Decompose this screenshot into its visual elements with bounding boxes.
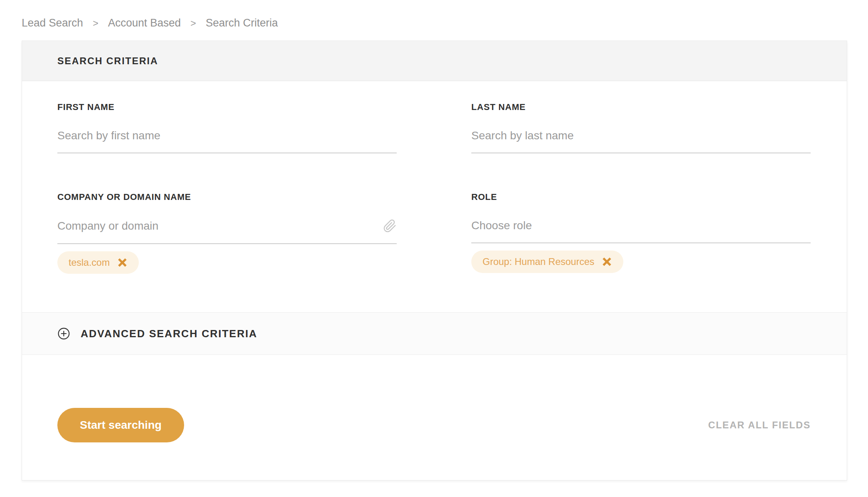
form-row-company-role: COMPANY OR DOMAIN NAME tesla.com bbox=[57, 192, 811, 274]
breadcrumb-item-lead-search[interactable]: Lead Search bbox=[22, 17, 83, 29]
first-name-input[interactable] bbox=[57, 129, 397, 142]
last-name-input-wrap bbox=[471, 129, 811, 153]
advanced-search-label: ADVANCED SEARCH CRITERIA bbox=[81, 328, 257, 340]
breadcrumb-item-search-criteria: Search Criteria bbox=[206, 17, 278, 29]
last-name-label: LAST NAME bbox=[471, 102, 811, 112]
role-label: ROLE bbox=[471, 192, 811, 202]
search-criteria-card: SEARCH CRITERIA FIRST NAME LAST NAME COM… bbox=[22, 41, 847, 481]
breadcrumb: Lead Search > Account Based > Search Cri… bbox=[0, 0, 868, 29]
company-tag-label: tesla.com bbox=[69, 257, 110, 268]
field-company: COMPANY OR DOMAIN NAME tesla.com bbox=[57, 192, 397, 274]
company-input[interactable] bbox=[57, 220, 375, 232]
clear-all-fields-button[interactable]: CLEAR ALL FIELDS bbox=[708, 420, 811, 431]
company-label: COMPANY OR DOMAIN NAME bbox=[57, 192, 397, 202]
company-tag: tesla.com bbox=[57, 251, 139, 274]
role-tag: Group: Human Resources bbox=[471, 251, 623, 273]
breadcrumb-separator-icon: > bbox=[93, 18, 98, 29]
form-row-names: FIRST NAME LAST NAME bbox=[57, 102, 811, 153]
first-name-input-wrap bbox=[57, 129, 397, 153]
plus-circle-icon bbox=[57, 327, 70, 340]
field-last-name: LAST NAME bbox=[471, 102, 811, 153]
card-header: SEARCH CRITERIA bbox=[22, 41, 847, 81]
breadcrumb-separator-icon: > bbox=[191, 18, 196, 29]
role-tags: Group: Human Resources bbox=[471, 251, 811, 273]
close-icon[interactable] bbox=[117, 257, 128, 268]
field-first-name: FIRST NAME bbox=[57, 102, 397, 153]
last-name-input[interactable] bbox=[471, 129, 811, 142]
start-searching-button[interactable]: Start searching bbox=[57, 408, 184, 442]
breadcrumb-item-account-based[interactable]: Account Based bbox=[108, 17, 181, 29]
role-input[interactable] bbox=[471, 219, 811, 232]
search-form: FIRST NAME LAST NAME COMPANY OR DOMAIN N… bbox=[22, 81, 847, 312]
first-name-label: FIRST NAME bbox=[57, 102, 397, 112]
field-role: ROLE Group: Human Resources bbox=[471, 192, 811, 274]
company-input-wrap bbox=[57, 219, 397, 244]
page-title: SEARCH CRITERIA bbox=[57, 55, 158, 67]
role-tag-label: Group: Human Resources bbox=[483, 256, 594, 267]
paperclip-icon[interactable] bbox=[383, 219, 397, 233]
company-tags: tesla.com bbox=[57, 251, 397, 274]
close-icon[interactable] bbox=[602, 257, 612, 267]
role-input-wrap bbox=[471, 219, 811, 243]
card-footer: Start searching CLEAR ALL FIELDS bbox=[22, 355, 847, 480]
advanced-search-toggle[interactable]: ADVANCED SEARCH CRITERIA bbox=[22, 312, 847, 355]
